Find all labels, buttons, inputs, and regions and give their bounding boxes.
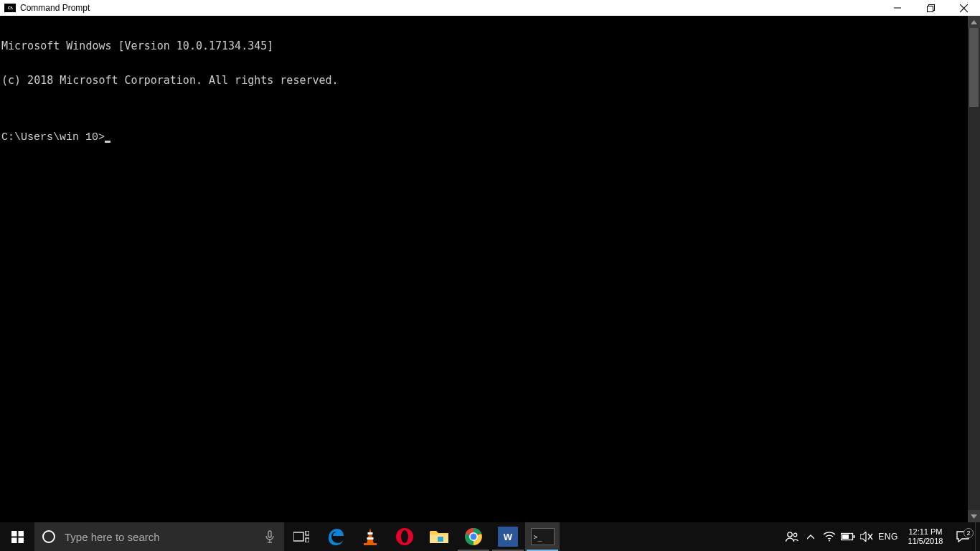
scroll-down-button[interactable] bbox=[968, 510, 980, 522]
taskbar-app-vlc[interactable] bbox=[353, 522, 387, 551]
cmd-app-icon: C:\ bbox=[4, 4, 16, 12]
vertical-scrollbar[interactable] bbox=[968, 16, 980, 522]
svg-point-31 bbox=[829, 540, 830, 542]
vlc-cone-icon bbox=[361, 527, 380, 547]
input-language-indicator[interactable]: ENG bbox=[876, 532, 900, 542]
window-controls bbox=[881, 0, 980, 16]
svg-rect-20 bbox=[367, 537, 374, 540]
terminal-prompt: C:\Users\win 10> bbox=[1, 132, 105, 143]
notification-badge: 2 bbox=[963, 528, 974, 538]
taskbar-app-chrome[interactable] bbox=[456, 522, 491, 551]
window-title: Command Prompt bbox=[20, 0, 90, 16]
svg-rect-12 bbox=[268, 531, 271, 537]
scrollbar-thumb[interactable] bbox=[969, 28, 979, 107]
svg-point-28 bbox=[471, 534, 477, 540]
battery-icon[interactable] bbox=[839, 522, 857, 551]
svg-rect-25 bbox=[438, 537, 443, 542]
edge-icon bbox=[326, 527, 346, 547]
taskbar-spacer bbox=[560, 522, 783, 551]
svg-marker-35 bbox=[860, 532, 866, 542]
system-tray: ENG 12:11 PM 11/5/2018 2 bbox=[783, 522, 980, 551]
maximize-button[interactable] bbox=[914, 0, 947, 16]
terminal-cursor bbox=[105, 141, 110, 143]
svg-marker-5 bbox=[971, 20, 977, 24]
terminal-line: Microsoft Windows [Version 10.0.17134.34… bbox=[1, 40, 968, 52]
taskbar-app-file-explorer[interactable] bbox=[422, 522, 456, 551]
svg-point-29 bbox=[788, 532, 792, 537]
minimize-button[interactable] bbox=[881, 0, 914, 16]
word-icon: W bbox=[498, 527, 518, 547]
terminal-line: (c) 2018 Microsoft Corporation. All righ… bbox=[1, 75, 968, 86]
opera-icon bbox=[395, 527, 414, 546]
svg-rect-34 bbox=[842, 534, 849, 539]
microphone-icon[interactable] bbox=[255, 530, 284, 543]
svg-rect-2 bbox=[927, 6, 933, 11]
folder-icon bbox=[429, 529, 449, 545]
svg-rect-21 bbox=[364, 543, 377, 545]
svg-rect-9 bbox=[11, 537, 17, 543]
search-input[interactable] bbox=[63, 522, 255, 551]
volume-muted-icon[interactable] bbox=[857, 522, 876, 551]
svg-point-11 bbox=[43, 531, 55, 542]
action-center-button[interactable]: 2 bbox=[951, 531, 975, 542]
svg-rect-17 bbox=[306, 538, 309, 542]
windows-logo-icon bbox=[11, 531, 24, 543]
taskbar: W >_ bbox=[0, 522, 980, 551]
task-view-button[interactable] bbox=[284, 522, 319, 551]
taskbar-app-opera[interactable] bbox=[387, 522, 422, 551]
svg-rect-15 bbox=[293, 532, 303, 541]
wifi-icon[interactable] bbox=[820, 522, 839, 551]
tray-overflow-button[interactable] bbox=[801, 522, 820, 551]
taskbar-clock[interactable]: 12:11 PM 11/5/2018 bbox=[900, 527, 951, 546]
close-button[interactable] bbox=[947, 0, 980, 16]
svg-point-30 bbox=[793, 533, 797, 537]
cmd-icon: >_ bbox=[531, 528, 555, 545]
taskbar-search[interactable] bbox=[34, 522, 284, 551]
clock-date: 11/5/2018 bbox=[908, 537, 943, 546]
start-button[interactable] bbox=[0, 522, 34, 551]
window-titlebar[interactable]: C:\ Command Prompt bbox=[0, 0, 980, 16]
svg-rect-8 bbox=[18, 531, 24, 537]
chrome-icon bbox=[464, 527, 483, 546]
svg-rect-33 bbox=[854, 535, 855, 538]
task-view-icon bbox=[293, 531, 309, 542]
scrollbar-track[interactable] bbox=[968, 28, 980, 510]
people-icon[interactable] bbox=[783, 522, 801, 551]
cortana-icon[interactable] bbox=[34, 529, 63, 544]
show-desktop-button[interactable] bbox=[975, 522, 980, 551]
svg-rect-10 bbox=[18, 537, 24, 543]
taskbar-app-word[interactable]: W bbox=[491, 522, 525, 551]
scroll-up-button[interactable] bbox=[968, 16, 980, 28]
svg-rect-16 bbox=[306, 531, 309, 535]
svg-rect-19 bbox=[368, 532, 373, 534]
taskbar-app-edge[interactable] bbox=[319, 522, 353, 551]
taskbar-app-command-prompt[interactable]: >_ bbox=[525, 522, 560, 551]
svg-marker-6 bbox=[971, 514, 977, 519]
svg-point-23 bbox=[401, 530, 408, 543]
clock-time: 12:11 PM bbox=[908, 527, 942, 537]
window-client-area: Microsoft Windows [Version 10.0.17134.34… bbox=[0, 16, 980, 522]
terminal-output[interactable]: Microsoft Windows [Version 10.0.17134.34… bbox=[0, 16, 968, 522]
terminal-prompt-line: C:\Users\win 10> bbox=[1, 132, 968, 143]
svg-rect-7 bbox=[11, 531, 17, 537]
svg-marker-18 bbox=[367, 528, 374, 544]
